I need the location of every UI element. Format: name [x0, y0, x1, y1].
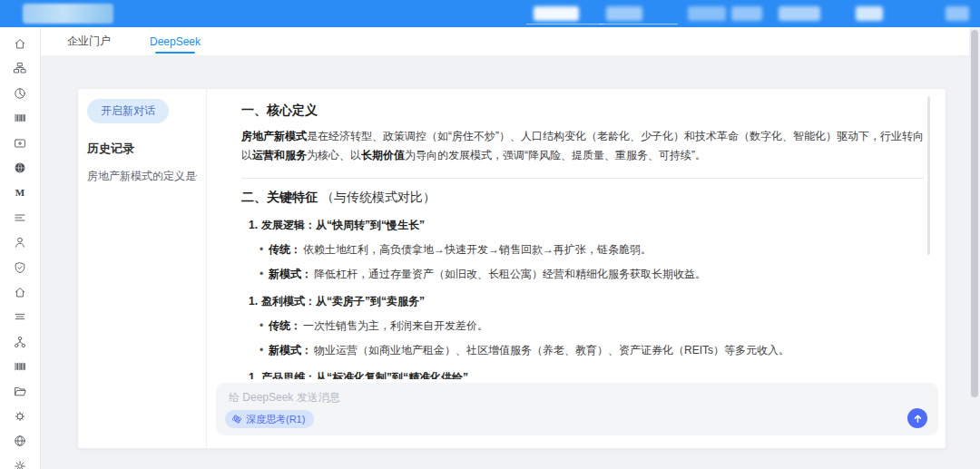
arrow-up-icon	[912, 413, 924, 425]
history-title: 历史记录	[87, 141, 197, 157]
numbered-item: 1.发展逻辑：从“快周转”到“慢生长”•传统：依赖土地红利，高负债拿地→快速开发…	[249, 218, 924, 282]
blurred-nav-item[interactable]	[606, 6, 642, 21]
home-alt-icon[interactable]	[12, 284, 28, 300]
tab-enterprise-portal[interactable]: 企业门户	[64, 27, 114, 55]
bullet-dot: •	[260, 318, 269, 334]
bullet-text: 传统：依赖土地红利，高负债拿地→快速开发→销售回款→再扩张，链条脆弱。	[269, 241, 652, 258]
blurred-nav-item[interactable]	[946, 6, 969, 21]
section-divider	[241, 178, 924, 179]
paragraph-segment: 为核心、以	[307, 149, 361, 161]
numbered-item-title: 1.盈利模式：从“卖房子”到“卖服务”	[249, 294, 924, 309]
numbered-item: 1.盈利模式：从“卖房子”到“卖服务”•传统：一次性销售为主，利润来自开发差价。…	[249, 294, 924, 358]
blurred-nav-item[interactable]	[856, 6, 883, 21]
settings-icon[interactable]	[12, 458, 28, 469]
barcode-icon[interactable]	[12, 110, 28, 126]
bullet-label: 传统：	[269, 243, 301, 256]
barcode-alt-icon[interactable]	[12, 358, 28, 375]
org-chart-icon[interactable]	[12, 60, 28, 76]
window-scrollbar-thumb[interactable]	[971, 30, 978, 397]
tab-bar: 企业门户 DeepSeek	[41, 27, 980, 56]
blurred-nav-item[interactable]	[534, 6, 579, 21]
numbered-item: 1.产品思维：从“标准化复制”到“精准化供给”•传统：大规模建设同质化住宅，忽视…	[249, 370, 924, 379]
bullet-text: 新模式：物业运营（如商业地产租金）、社区增值服务（养老、教育）、资产证券化（RE…	[269, 342, 789, 358]
svg-text:M: M	[15, 187, 25, 198]
layers-icon[interactable]	[12, 308, 28, 325]
item-title-text: 产品思维：从“标准化复制”到“精准化供给”	[261, 371, 468, 379]
folder-icon[interactable]	[12, 383, 28, 399]
deepseek-card: 开启新对话 历史记录 房地产新模式的定义是什么 一、核心定义 房地产新模式是在经…	[77, 88, 946, 449]
top-header	[0, 0, 980, 27]
bullet-item: •新模式：物业运营（如商业地产租金）、社区增值服务（养老、教育）、资产证券化（R…	[260, 342, 924, 358]
globe-icon[interactable]	[12, 433, 28, 449]
active-tab-underline	[155, 52, 195, 54]
bullet-label: 新模式：	[269, 268, 312, 280]
item-number: 1.	[249, 295, 258, 308]
network-icon[interactable]	[12, 334, 28, 350]
heading-note: （与传统模式对比）	[321, 190, 436, 204]
new-chat-button[interactable]: 开启新对话	[87, 99, 169, 123]
send-button[interactable]	[907, 408, 927, 428]
bullet-item: •新模式：降低杠杆，通过存量资产（如旧改、长租公寓）经营和精细化服务获取长期收益…	[260, 266, 924, 282]
history-item[interactable]: 房地产新模式的定义是什么	[87, 169, 197, 184]
badge-icon[interactable]	[12, 408, 28, 425]
bullet-text: 新模式：降低杠杆，通过存量资产（如旧改、长租公寓）经营和精细化服务获取长期收益。	[269, 266, 706, 282]
folder-add-icon[interactable]	[12, 135, 28, 151]
numbered-item-title: 1.产品思维：从“标准化复制”到“精准化供给”	[249, 370, 924, 379]
bullet-item: •传统：依赖土地红利，高负债拿地→快速开发→销售回款→再扩张，链条脆弱。	[260, 241, 924, 258]
chat-scrollbar-thumb[interactable]	[927, 96, 930, 255]
tab-deepseek[interactable]: DeepSeek	[146, 27, 204, 55]
message-composer: 给 DeepSeek 发送消息 深度思考(R1)	[216, 383, 938, 435]
bullet-label: 传统：	[269, 319, 301, 332]
blurred-nav-item[interactable]	[731, 6, 762, 21]
list-icon[interactable]	[12, 210, 28, 226]
feature-groups: 1.发展逻辑：从“快周转”到“慢生长”•传统：依赖土地红利，高负债拿地→快速开发…	[241, 218, 924, 379]
paragraph-segment: 运营和服务	[252, 149, 307, 161]
chat-messages: 一、核心定义 房地产新模式是在经济转型、政策调控（如“房住不炒”）、人口结构变化…	[207, 89, 946, 379]
letter-m-icon[interactable]: M	[12, 184, 28, 200]
nav-item-underline	[599, 24, 678, 24]
chat-input[interactable]: 给 DeepSeek 发送消息	[229, 390, 902, 405]
item-title-text: 盈利模式：从“卖房子”到“卖服务”	[261, 295, 425, 308]
item-number: 1.	[249, 371, 258, 379]
bullet-label: 新模式：	[269, 344, 312, 357]
bullet-dot: •	[260, 266, 269, 282]
blurred-nav-item[interactable]	[688, 6, 726, 21]
home-icon[interactable]	[12, 35, 28, 52]
window-scrollbar-track[interactable]	[969, 27, 980, 469]
atom-icon	[231, 414, 242, 425]
bullet-dot: •	[260, 342, 269, 358]
nav-item-underline	[526, 24, 603, 24]
paragraph-segment: 长期价值	[361, 149, 405, 161]
deep-think-toggle[interactable]: 深度思考(R1)	[225, 410, 314, 428]
paragraph-segment: 房地产新模式	[241, 130, 307, 142]
section-heading-2: 二、关键特征 （与传统模式对比）	[241, 190, 924, 206]
deep-think-label: 深度思考(R1)	[246, 413, 305, 426]
chat-column: 一、核心定义 房地产新模式是在经济转型、政策调控（如“房住不炒”）、人口结构变化…	[207, 89, 946, 448]
conversation-panel: 开启新对话 历史记录 房地产新模式的定义是什么	[78, 89, 207, 448]
bullet-text: 传统：一次性销售为主，利润来自开发差价。	[269, 318, 488, 334]
item-title-text: 发展逻辑：从“快周转”到“慢生长”	[261, 219, 425, 231]
blurred-nav-item[interactable]	[779, 6, 820, 21]
item-number: 1.	[249, 219, 258, 231]
pie-chart-icon[interactable]	[12, 85, 28, 102]
heading-text: 二、关键特征	[241, 190, 318, 204]
bullet-dot: •	[260, 241, 269, 258]
bullet-item: •传统：一次性销售为主，利润来自开发差价。	[260, 318, 924, 334]
definition-paragraph: 房地产新模式是在经济转型、政策调控（如“房住不炒”）、人口结构变化（老龄化、少子…	[241, 127, 924, 166]
section-heading-1: 一、核心定义	[241, 103, 924, 119]
paragraph-segment: 为导向的发展模式，强调“降风险、提质量、重服务、可持续”。	[405, 149, 706, 161]
tab-label: 企业门户	[67, 34, 111, 49]
blurred-app-logo	[23, 4, 113, 24]
numbered-item-title: 1.发展逻辑：从“快周转”到“慢生长”	[249, 218, 924, 233]
dark-globe-icon[interactable]	[12, 160, 28, 176]
icon-sidebar: M	[0, 27, 41, 469]
main-area: 开启新对话 历史记录 房地产新模式的定义是什么 一、核心定义 房地产新模式是在经…	[41, 56, 980, 469]
user-icon[interactable]	[12, 234, 28, 250]
shield-icon[interactable]	[12, 259, 28, 276]
tab-label: DeepSeek	[150, 35, 201, 48]
